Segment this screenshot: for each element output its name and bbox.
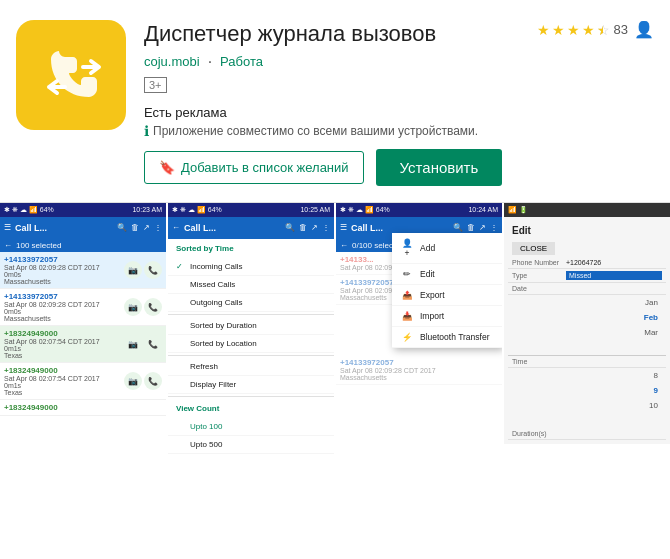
more-icon-2[interactable]: ⋮: [322, 223, 330, 232]
time-picker[interactable]: 8 9 10: [508, 368, 666, 428]
camera-btn-2[interactable]: 📷: [124, 298, 142, 316]
actions-row: 🔖 Добавить в список желаний Установить: [144, 149, 654, 186]
search-icon-3[interactable]: 🔍: [453, 223, 463, 232]
menu-incoming[interactable]: ✓ Incoming Calls: [168, 258, 334, 276]
search-icon-2[interactable]: 🔍: [285, 223, 295, 232]
month-mar[interactable]: Mar: [508, 325, 666, 340]
toolbar-2: ← Call L... 🔍 🗑 ↗ ⋮: [168, 217, 334, 239]
app-icon-wrapper: [16, 20, 126, 130]
menu-refresh[interactable]: Refresh: [168, 358, 334, 376]
camera-btn-4[interactable]: 📷: [124, 372, 142, 390]
add-person-icon: 👤+: [400, 238, 414, 258]
phone-btn-3[interactable]: 📞: [144, 335, 162, 353]
month-picker[interactable]: Jan Feb Mar: [508, 295, 666, 355]
menu-display-filter[interactable]: Display Filter: [168, 376, 334, 394]
divider-2: [168, 355, 334, 356]
sort-menu: Sorted by Time ✓ Incoming Calls Missed C…: [168, 239, 334, 454]
bluetooth-icon: ⚡: [400, 332, 414, 342]
call-item-2[interactable]: +14133972057 Sat Apr 08 02:09:28 CDT 201…: [0, 289, 166, 326]
more-icon-1[interactable]: ⋮: [154, 223, 162, 232]
app-header: Диспетчер журнала вызовов ★ ★ ★ ★ ★☆ 83 …: [0, 0, 670, 203]
camera-btn-3[interactable]: 📷: [124, 335, 142, 353]
menu-upto-100[interactable]: Upto 100: [168, 418, 334, 436]
status-bar-3: ✱ ❋ ☁ 📶 64% 10:24 AM: [336, 203, 502, 217]
close-button[interactable]: CLOSE: [512, 242, 555, 255]
call-item-1[interactable]: +14133972057 Sat Apr 08 02:09:28 CDT 201…: [0, 252, 166, 289]
context-edit[interactable]: ✏ Edit: [392, 264, 502, 285]
wishlist-button[interactable]: 🔖 Добавить в список желаний: [144, 151, 364, 184]
app-meta: coju.mobi · Работа: [144, 53, 654, 71]
context-add[interactable]: 👤+ Add: [392, 233, 502, 264]
app-icon: [16, 20, 126, 130]
screenshots-section: ✱ ❋ ☁ 📶 64% 10:23 AM ☰ Call L... 🔍 🗑 ↗ ⋮…: [0, 203, 670, 513]
phone-btn-1[interactable]: 📞: [144, 261, 162, 279]
rating-section: ★ ★ ★ ★ ★☆ 83 👤: [537, 20, 654, 39]
screenshot-2: ✱ ❋ ☁ 📶 64% 10:25 AM ← Call L... 🔍 🗑 ↗ ⋮…: [168, 203, 336, 513]
divider-1: [168, 314, 334, 315]
status-bar-2: ✱ ❋ ☁ 📶 64% 10:25 AM: [168, 203, 334, 217]
star-2: ★: [552, 22, 565, 38]
wishlist-icon: 🔖: [159, 160, 175, 175]
delete-icon-1[interactable]: 🗑: [131, 223, 139, 232]
context-bluetooth[interactable]: ⚡ Bluetooth Transfer: [392, 327, 502, 348]
screenshot-3: ✱ ❋ ☁ 📶 64% 10:24 AM ☰ Call L... 🔍 🗑 ↗ ⋮…: [336, 203, 504, 513]
call-item-3[interactable]: +18324949000 Sat Apr 08 02:07:54 CDT 201…: [0, 326, 166, 363]
delete-icon-3[interactable]: 🗑: [467, 223, 475, 232]
menu-outgoing[interactable]: Outgoing Calls: [168, 294, 334, 312]
delete-icon-2[interactable]: 🗑: [299, 223, 307, 232]
bg-call-3: +14133972057 Sat Apr 08 02:09:28 CDT 201…: [336, 355, 502, 385]
share-icon-3[interactable]: ↗: [479, 223, 486, 232]
star-5-half: ★☆: [597, 22, 610, 38]
phone-btn-4[interactable]: 📞: [144, 372, 162, 390]
app-developer[interactable]: coju.mobi: [144, 54, 200, 69]
time-8[interactable]: 8: [508, 368, 666, 383]
app-title: Диспетчер журнала вызовов: [144, 20, 436, 49]
more-icon-3[interactable]: ⋮: [490, 223, 498, 232]
screenshot-1: ✱ ❋ ☁ 📶 64% 10:23 AM ☰ Call L... 🔍 🗑 ↗ ⋮…: [0, 203, 168, 513]
call-item-4[interactable]: +18324949000 Sat Apr 08 02:07:54 CDT 201…: [0, 363, 166, 400]
back-icon-2[interactable]: ←: [172, 223, 180, 232]
edit-icon: ✏: [400, 269, 414, 279]
age-badge: 3+: [144, 77, 167, 93]
ad-notice: Есть реклама: [144, 105, 654, 120]
phone-screen-1: ✱ ❋ ☁ 📶 64% 10:23 AM ☰ Call L... 🔍 🗑 ↗ ⋮…: [0, 203, 166, 513]
camera-btn-1[interactable]: 📷: [124, 261, 142, 279]
time-9[interactable]: 9: [508, 383, 666, 398]
app-category[interactable]: Работа: [220, 54, 263, 69]
edit-title: Edit: [508, 221, 666, 240]
menu-sort-location[interactable]: Sorted by Location: [168, 335, 334, 353]
star-1: ★: [537, 22, 550, 38]
menu-upto-500[interactable]: Upto 500: [168, 436, 334, 454]
search-icon-1[interactable]: 🔍: [117, 223, 127, 232]
context-menu: 👤+ Add ✏ Edit 📤 Export 📥 Import ⚡ B: [392, 233, 502, 348]
share-icon-1[interactable]: ↗: [143, 223, 150, 232]
star-3: ★: [567, 22, 580, 38]
rating-count: 83: [614, 22, 628, 37]
screenshot-4: 📶 🔋 Edit CLOSE Phone Number +12064726 Ty…: [504, 203, 670, 513]
month-jan[interactable]: Jan: [508, 295, 666, 310]
time-row: Time: [508, 356, 666, 368]
share-icon-2[interactable]: ↗: [311, 223, 318, 232]
call-item-5[interactable]: +18324949000: [0, 400, 166, 416]
phone-btn-2[interactable]: 📞: [144, 298, 162, 316]
menu-missed[interactable]: Missed Calls: [168, 276, 334, 294]
time-10[interactable]: 10: [508, 398, 666, 413]
context-export[interactable]: 📤 Export: [392, 285, 502, 306]
export-icon: 📤: [400, 290, 414, 300]
month-feb[interactable]: Feb: [508, 310, 666, 325]
hamburger-icon-1[interactable]: ☰: [4, 223, 11, 232]
menu-sort-duration[interactable]: Sorted by Duration: [168, 317, 334, 335]
phone-number-row: Phone Number +12064726: [508, 257, 666, 269]
install-button[interactable]: Установить: [376, 149, 503, 186]
star-4: ★: [582, 22, 595, 38]
status-bar-1: ✱ ❋ ☁ 📶 64% 10:23 AM: [0, 203, 166, 217]
stars: ★ ★ ★ ★ ★☆: [537, 22, 610, 38]
sort-header: Sorted by Time: [168, 239, 334, 258]
import-icon: 📥: [400, 311, 414, 321]
phone-screen-3: ✱ ❋ ☁ 📶 64% 10:24 AM ☰ Call L... 🔍 🗑 ↗ ⋮…: [336, 203, 502, 513]
date-row: Date: [508, 283, 666, 295]
context-import[interactable]: 📥 Import: [392, 306, 502, 327]
compatibility-notice: ℹ Приложение совместимо со всеми вашими …: [144, 123, 654, 139]
hamburger-icon-3[interactable]: ☰: [340, 223, 347, 232]
phone-screen-2: ✱ ❋ ☁ 📶 64% 10:25 AM ← Call L... 🔍 🗑 ↗ ⋮…: [168, 203, 334, 513]
